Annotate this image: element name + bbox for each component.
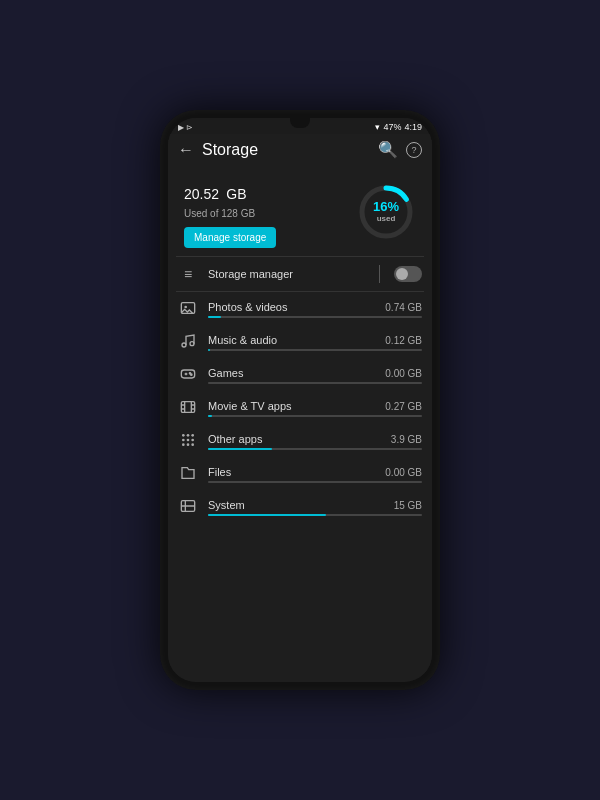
svg-point-13 (182, 439, 185, 442)
svg-point-11 (187, 434, 190, 437)
files-value: 0.00 GB (385, 467, 422, 478)
music-content: Music & audio 0.12 GB (208, 334, 422, 351)
storage-total-label: Used of 128 GB (184, 208, 276, 219)
svg-rect-9 (181, 402, 194, 413)
files-icon (178, 465, 198, 484)
time-text: 4:19 (404, 122, 422, 132)
movie-content: Movie & TV apps 0.27 GB (208, 400, 422, 417)
system-value: 15 GB (394, 500, 422, 511)
svg-point-4 (182, 343, 186, 347)
photos-icon (178, 300, 198, 319)
svg-point-15 (191, 439, 194, 442)
storage-manager-label: Storage manager (208, 268, 365, 280)
games-content: Games 0.00 GB (208, 367, 422, 384)
back-button[interactable]: ← (178, 141, 194, 159)
movie-icon (178, 399, 198, 418)
svg-point-18 (191, 443, 194, 446)
storage-manager-row: ≡ Storage manager (168, 257, 432, 291)
files-content: Files 0.00 GB (208, 466, 422, 483)
list-item[interactable]: Files 0.00 GB (168, 457, 432, 490)
toggle-divider (379, 265, 380, 283)
notification-icons: ▶ ⊳ (178, 123, 193, 132)
status-right: ▾ 47% 4:19 (375, 122, 422, 132)
storage-used-amount: 20.52 GB (184, 175, 276, 206)
list-item[interactable]: Games 0.00 GB (168, 358, 432, 391)
system-icon (178, 498, 198, 517)
games-icon (178, 366, 198, 385)
svg-point-8 (191, 374, 192, 375)
svg-point-16 (182, 443, 185, 446)
photos-value: 0.74 GB (385, 302, 422, 313)
list-item[interactable]: Movie & TV apps 0.27 GB (168, 391, 432, 424)
svg-point-3 (184, 306, 187, 309)
manage-storage-button[interactable]: Manage storage (184, 227, 276, 248)
page-title: Storage (202, 141, 370, 159)
svg-point-12 (191, 434, 194, 437)
phone-frame: ▶ ⊳ ▾ 47% 4:19 ← Storage 🔍 ? 20.52 GB (160, 110, 440, 690)
system-content: System 15 GB (208, 499, 422, 516)
other-apps-content: Other apps 3.9 GB (208, 433, 422, 450)
storage-list: Photos & videos 0.74 GB Music & audio (168, 292, 432, 682)
screen-content: ← Storage 🔍 ? 20.52 GB Used of 128 GB Ma… (168, 134, 432, 682)
storage-used-unit: GB (226, 186, 246, 202)
svg-point-10 (182, 434, 185, 437)
movie-value: 0.27 GB (385, 401, 422, 412)
storage-circle-chart: 16% used (356, 182, 416, 242)
movie-label: Movie & TV apps (208, 400, 292, 412)
list-item[interactable]: Other apps 3.9 GB (168, 424, 432, 457)
storage-manager-toggle[interactable] (394, 266, 422, 282)
other-apps-value: 3.9 GB (391, 434, 422, 445)
circle-used-text: used (373, 215, 399, 225)
search-button[interactable]: 🔍 (378, 140, 398, 159)
music-value: 0.12 GB (385, 335, 422, 346)
list-item[interactable]: System 15 GB (168, 490, 432, 523)
phone-screen: ▶ ⊳ ▾ 47% 4:19 ← Storage 🔍 ? 20.52 GB (168, 118, 432, 682)
photos-content: Photos & videos 0.74 GB (208, 301, 422, 318)
toolbar: ← Storage 🔍 ? (168, 134, 432, 165)
help-button[interactable]: ? (406, 142, 422, 158)
circle-label: 16% used (373, 199, 399, 224)
system-label: System (208, 499, 245, 511)
photos-label: Photos & videos (208, 301, 288, 313)
signal-icon: ▾ (375, 122, 380, 132)
games-label: Games (208, 367, 243, 379)
battery-text: 47% (383, 122, 401, 132)
games-value: 0.00 GB (385, 368, 422, 379)
circle-percent: 16% (373, 199, 399, 215)
svg-point-5 (190, 342, 194, 346)
list-item[interactable]: Photos & videos 0.74 GB (168, 292, 432, 325)
other-apps-label: Other apps (208, 433, 262, 445)
svg-point-17 (187, 443, 190, 446)
svg-point-14 (187, 439, 190, 442)
music-icon (178, 333, 198, 352)
list-item[interactable]: Music & audio 0.12 GB (168, 325, 432, 358)
storage-manager-icon: ≡ (178, 266, 198, 282)
files-label: Files (208, 466, 231, 478)
status-left: ▶ ⊳ (178, 123, 193, 132)
storage-hero: 20.52 GB Used of 128 GB Manage storage 1… (168, 165, 432, 256)
storage-info: 20.52 GB Used of 128 GB Manage storage (184, 175, 276, 248)
other-apps-icon (178, 432, 198, 451)
svg-rect-6 (181, 370, 194, 378)
music-label: Music & audio (208, 334, 277, 346)
